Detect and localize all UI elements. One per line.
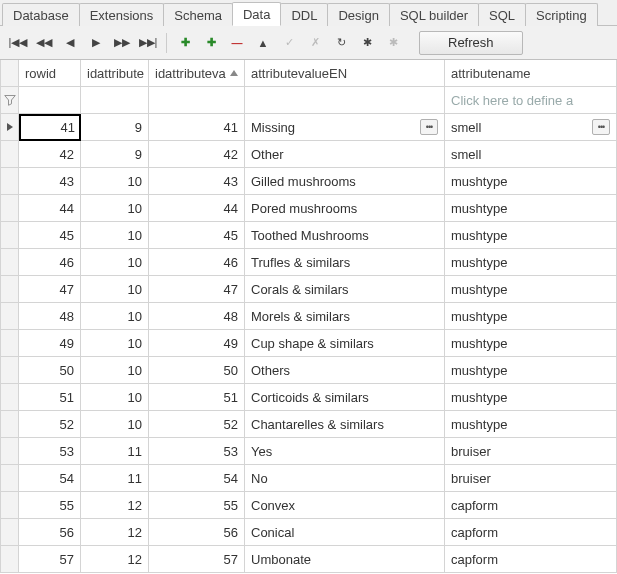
cell-idattribute[interactable]: 12	[81, 519, 149, 546]
cell-idattributeva[interactable]: 43	[149, 168, 245, 195]
cell-attributename[interactable]: mushtype	[445, 168, 617, 195]
cell-idattribute[interactable]: 9	[81, 141, 149, 168]
cell-idattribute[interactable]: 10	[81, 303, 149, 330]
filter-icon[interactable]	[1, 87, 19, 114]
column-header-rowid[interactable]: rowid	[19, 60, 81, 87]
nav-prev-button[interactable]: ◀	[58, 32, 82, 54]
cell-attributename[interactable]: mushtype	[445, 195, 617, 222]
cell-idattributeva[interactable]: 54	[149, 465, 245, 492]
cell-idattribute[interactable]: 10	[81, 384, 149, 411]
cell-idattributeva[interactable]: 51	[149, 384, 245, 411]
cell-idattributeva[interactable]: 44	[149, 195, 245, 222]
cell-idattribute[interactable]: 10	[81, 357, 149, 384]
cell-attributevalueen[interactable]: Missing•••	[245, 114, 445, 141]
cell-attributename[interactable]: mushtype	[445, 384, 617, 411]
move-up-button[interactable]: ▲	[251, 32, 275, 54]
cell-attributevalueen[interactable]: Corals & similars	[245, 276, 445, 303]
cell-attributevalueen[interactable]: Others	[245, 357, 445, 384]
cell-rowid[interactable]: 41	[19, 114, 81, 141]
cell-rowid[interactable]: 56	[19, 519, 81, 546]
cell-attributename[interactable]: mushtype	[445, 222, 617, 249]
cell-attributevalueen[interactable]: Convex	[245, 492, 445, 519]
cell-idattribute[interactable]: 10	[81, 411, 149, 438]
nav-first-button[interactable]: |◀◀	[6, 32, 30, 54]
tab-database[interactable]: Database	[2, 3, 80, 26]
column-header-idattribute[interactable]: idattribute	[81, 60, 149, 87]
cell-editor-button[interactable]: •••	[420, 119, 438, 135]
tab-sql[interactable]: SQL	[478, 3, 526, 26]
filter-idattributeva[interactable]	[149, 87, 245, 114]
tab-sql-builder[interactable]: SQL builder	[389, 3, 479, 26]
cell-idattributeva[interactable]: 47	[149, 276, 245, 303]
cell-attributevalueen[interactable]: Morels & similars	[245, 303, 445, 330]
filter-rowid[interactable]	[19, 87, 81, 114]
cell-attributevalueen[interactable]: No	[245, 465, 445, 492]
tab-ddl[interactable]: DDL	[280, 3, 328, 26]
tab-design[interactable]: Design	[327, 3, 389, 26]
cell-attributename[interactable]: mushtype	[445, 411, 617, 438]
rollback-button[interactable]: ✗	[303, 32, 327, 54]
tab-scripting[interactable]: Scripting	[525, 3, 598, 26]
cell-attributename[interactable]: capform	[445, 546, 617, 573]
filter-idattribute[interactable]	[81, 87, 149, 114]
commit-button[interactable]: ✓	[277, 32, 301, 54]
cell-idattribute[interactable]: 12	[81, 546, 149, 573]
refresh-small-button[interactable]: ↻	[329, 32, 353, 54]
nav-next-button[interactable]: ▶	[84, 32, 108, 54]
cell-attributename[interactable]: mushtype	[445, 357, 617, 384]
cell-idattributeva[interactable]: 57	[149, 546, 245, 573]
cell-idattribute[interactable]: 9	[81, 114, 149, 141]
tab-data[interactable]: Data	[232, 2, 281, 26]
cell-idattribute[interactable]: 10	[81, 249, 149, 276]
bookmark-button[interactable]: ✱	[355, 32, 379, 54]
cell-attributevalueen[interactable]: Pored mushrooms	[245, 195, 445, 222]
cell-attributename[interactable]: mushtype	[445, 276, 617, 303]
cell-rowid[interactable]: 46	[19, 249, 81, 276]
cell-rowid[interactable]: 43	[19, 168, 81, 195]
insert-child-row-button[interactable]: ✚	[199, 32, 223, 54]
cell-attributevalueen[interactable]: Umbonate	[245, 546, 445, 573]
insert-row-button[interactable]: ✚	[173, 32, 197, 54]
cell-rowid[interactable]: 55	[19, 492, 81, 519]
cell-idattributeva[interactable]: 46	[149, 249, 245, 276]
cell-attributevalueen[interactable]: Conical	[245, 519, 445, 546]
cell-attributename[interactable]: smell	[445, 141, 617, 168]
cell-idattribute[interactable]: 11	[81, 438, 149, 465]
cell-attributevalueen[interactable]: Toothed Mushrooms	[245, 222, 445, 249]
cell-attributevalueen[interactable]: Cup shape & similars	[245, 330, 445, 357]
cell-idattributeva[interactable]: 56	[149, 519, 245, 546]
cell-rowid[interactable]: 52	[19, 411, 81, 438]
filter-attributename[interactable]: Click here to define a	[445, 87, 617, 114]
cell-idattributeva[interactable]: 41	[149, 114, 245, 141]
cell-rowid[interactable]: 57	[19, 546, 81, 573]
nav-last-button[interactable]: ▶▶|	[136, 32, 160, 54]
cell-attributename[interactable]: bruiser	[445, 465, 617, 492]
cell-idattribute[interactable]: 12	[81, 492, 149, 519]
cell-rowid[interactable]: 47	[19, 276, 81, 303]
cell-idattribute[interactable]: 10	[81, 276, 149, 303]
cell-attributevalueen[interactable]: Yes	[245, 438, 445, 465]
cell-idattributeva[interactable]: 48	[149, 303, 245, 330]
cell-attributename[interactable]: mushtype	[445, 330, 617, 357]
refresh-button[interactable]: Refresh	[419, 31, 523, 55]
cell-attributename[interactable]: capform	[445, 492, 617, 519]
cell-rowid[interactable]: 48	[19, 303, 81, 330]
cell-attributevalueen[interactable]: Corticoids & similars	[245, 384, 445, 411]
column-header-attributevalueen[interactable]: attributevalueEN	[245, 60, 445, 87]
cell-rowid[interactable]: 42	[19, 141, 81, 168]
bookmark2-button[interactable]: ✱	[381, 32, 405, 54]
cell-rowid[interactable]: 45	[19, 222, 81, 249]
cell-attributevalueen[interactable]: Trufles & similars	[245, 249, 445, 276]
filter-hint[interactable]	[245, 87, 445, 114]
cell-editor-button[interactable]: •••	[592, 119, 610, 135]
tab-schema[interactable]: Schema	[163, 3, 233, 26]
cell-rowid[interactable]: 50	[19, 357, 81, 384]
cell-idattributeva[interactable]: 53	[149, 438, 245, 465]
cell-attributename[interactable]: bruiser	[445, 438, 617, 465]
cell-idattribute[interactable]: 10	[81, 330, 149, 357]
cell-attributevalueen[interactable]: Gilled mushrooms	[245, 168, 445, 195]
cell-attributename[interactable]: mushtype	[445, 303, 617, 330]
cell-idattributeva[interactable]: 55	[149, 492, 245, 519]
cell-idattribute[interactable]: 11	[81, 465, 149, 492]
cell-rowid[interactable]: 54	[19, 465, 81, 492]
